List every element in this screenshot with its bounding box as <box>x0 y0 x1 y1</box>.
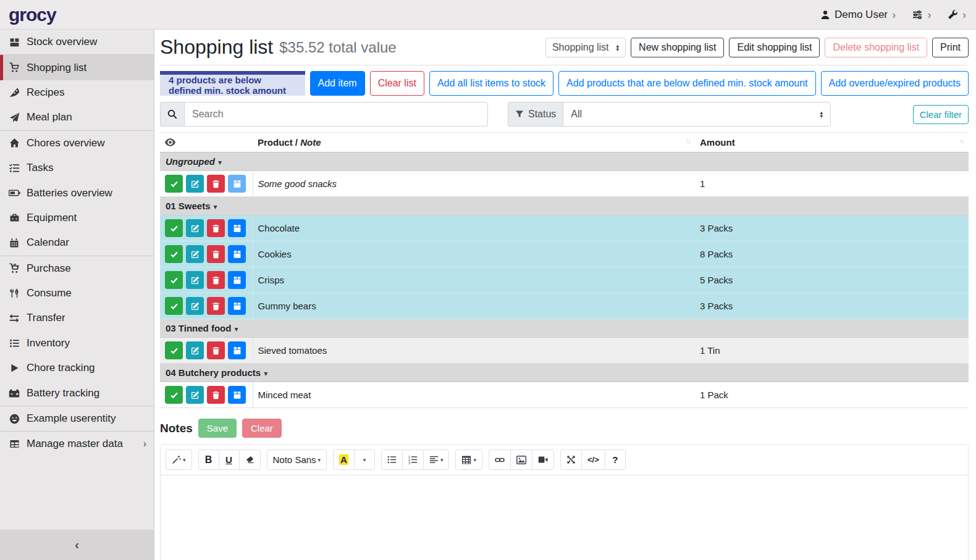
sidebar-item-shopping-list[interactable]: Shopping list <box>0 55 154 80</box>
sidebar-item-chore-tracking[interactable]: Chore tracking <box>0 356 154 380</box>
row-add-to-stock-button[interactable] <box>228 297 246 315</box>
group-header-tinned-food[interactable]: 03 Tinned food▾ <box>160 319 969 338</box>
insert-video-button[interactable] <box>532 449 554 470</box>
group-header-sweets[interactable]: 01 Sweets▾ <box>160 197 969 215</box>
font-color-button[interactable]: A <box>333 449 355 470</box>
notes-editor-textarea[interactable] <box>161 475 968 560</box>
user-menu[interactable]: Demo User › <box>820 9 896 21</box>
admin-menu[interactable]: › <box>948 9 966 20</box>
sidebar-item-equipment[interactable]: Equipment <box>0 206 154 230</box>
insert-link-button[interactable] <box>489 449 511 470</box>
style-magic-button[interactable]: ▾ <box>166 449 192 470</box>
row-delete-button[interactable] <box>207 386 225 404</box>
add-all-to-stock-button[interactable]: Add all list items to stock <box>429 71 553 96</box>
group-header-ungrouped[interactable]: Ungrouped▾ <box>160 153 969 171</box>
row-done-button[interactable] <box>165 271 183 289</box>
insert-picture-button[interactable] <box>510 449 532 470</box>
bold-button[interactable]: B <box>198 449 219 470</box>
row-add-to-stock-button[interactable] <box>228 271 246 289</box>
below-min-stock-alert[interactable]: 4 products are below defined min. stock … <box>160 71 305 96</box>
code-view-button[interactable]: </> <box>581 449 605 470</box>
page-title: Shopping list <box>160 36 273 59</box>
link-icon <box>495 456 505 464</box>
notes-save-button[interactable]: Save <box>198 419 237 438</box>
help-button[interactable]: ? <box>605 449 626 470</box>
row-delete-button[interactable] <box>207 219 225 237</box>
clear-filter-button[interactable]: Clear filter <box>913 105 969 124</box>
underline-button[interactable]: U <box>219 449 240 470</box>
new-shopping-list-button[interactable]: New shopping list <box>631 38 724 57</box>
add-below-min-stock-button[interactable]: Add products that are below defined min.… <box>558 71 815 96</box>
item-product: Gummy bears <box>253 293 695 319</box>
table-button[interactable]: ▾ <box>455 449 482 470</box>
sidebar-item-inventory[interactable]: Inventory <box>0 331 154 356</box>
row-done-button[interactable] <box>165 341 183 359</box>
settings-menu[interactable]: › <box>912 9 931 20</box>
delete-shopping-list-button[interactable]: Delete shopping list <box>825 38 927 57</box>
sidebar-item-transfer[interactable]: Transfer <box>0 306 154 330</box>
row-delete-button[interactable] <box>207 341 225 359</box>
font-color-dropdown-button[interactable]: ▾ <box>354 449 375 470</box>
group-header-butchery-products[interactable]: 04 Butchery products▾ <box>160 364 969 382</box>
sidebar-item-chores-overview[interactable]: Chores overview <box>0 131 154 156</box>
row-add-to-stock-button[interactable] <box>228 341 246 359</box>
row-edit-button[interactable] <box>186 386 204 404</box>
print-button[interactable]: Print <box>932 38 969 57</box>
row-add-to-stock-button[interactable] <box>228 175 246 193</box>
status-filter-select[interactable]: All ▴▾ <box>563 102 831 127</box>
search-input[interactable] <box>184 102 488 127</box>
sidebar-item-purchase[interactable]: Purchase <box>0 256 154 281</box>
header-divider <box>160 65 969 65</box>
sidebar-item-meal-plan[interactable]: Meal plan <box>0 105 154 130</box>
row-done-button[interactable] <box>165 219 183 237</box>
sidebar-item-batteries-overview[interactable]: Batteries overview <box>0 180 154 205</box>
product-column-header[interactable]: Product / Note ↑↓ <box>253 133 695 153</box>
row-edit-button[interactable] <box>186 175 204 193</box>
row-edit-button[interactable] <box>186 341 204 359</box>
row-edit-button[interactable] <box>186 297 204 315</box>
sidebar-item-calendar[interactable]: Calendar <box>0 230 154 255</box>
sidebar-item-consume[interactable]: Consume <box>0 281 154 306</box>
paragraph-align-button[interactable]: ▾ <box>423 449 450 470</box>
row-edit-button[interactable] <box>186 245 204 263</box>
row-delete-button[interactable] <box>207 245 225 263</box>
sidebar-item-battery-tracking[interactable]: Battery tracking <box>0 380 154 405</box>
ordered-list-button[interactable]: 123 <box>402 449 424 470</box>
sidebar-item-tasks[interactable]: Tasks <box>0 156 154 180</box>
row-done-button[interactable] <box>165 297 183 315</box>
row-done-button[interactable] <box>165 175 183 193</box>
row-add-to-stock-button[interactable] <box>228 219 246 237</box>
sidebar-collapse-button[interactable]: ‹ <box>0 530 154 560</box>
shopping-list-select[interactable]: Shopping list ▴▾ <box>545 38 626 57</box>
shopping-list-table: Product / Note ↑↓ Amount ↑↓ Ungrouped▾ <box>160 132 969 408</box>
sidebar-item-stock-overview[interactable]: Stock overview <box>0 30 154 54</box>
fullscreen-button[interactable] <box>560 449 582 470</box>
sidebar-item-label: Battery tracking <box>27 387 99 399</box>
row-add-to-stock-button[interactable] <box>228 386 246 404</box>
row-delete-button[interactable] <box>207 297 225 315</box>
visibility-column-header[interactable] <box>160 133 253 153</box>
eraser-button[interactable] <box>239 449 261 470</box>
row-delete-button[interactable] <box>207 271 225 289</box>
sidebar-item-recipes[interactable]: Recipes <box>0 80 154 105</box>
select-arrows-icon: ▴▾ <box>820 111 823 118</box>
home-icon <box>7 138 21 148</box>
row-add-to-stock-button[interactable] <box>228 245 246 263</box>
notes-clear-button[interactable]: Clear <box>242 419 282 438</box>
sidebar-item-label: Example userentity <box>27 412 116 425</box>
add-overdue-button[interactable]: Add overdue/expired products <box>821 71 969 96</box>
unordered-list-button[interactable] <box>381 449 403 470</box>
row-edit-button[interactable] <box>186 271 204 289</box>
clear-list-button[interactable]: Clear list <box>370 71 424 96</box>
row-edit-button[interactable] <box>186 219 204 237</box>
row-done-button[interactable] <box>165 245 183 263</box>
amount-column-header[interactable]: Amount ↑↓ <box>695 133 969 153</box>
caret-down-icon: ▾ <box>218 158 222 167</box>
font-family-button[interactable]: Noto Sans ▾ <box>267 449 327 470</box>
add-item-button[interactable]: Add item <box>310 71 365 96</box>
row-delete-button[interactable] <box>207 175 225 193</box>
sidebar-item-example-userentity[interactable]: Example userentity <box>0 406 154 431</box>
row-done-button[interactable] <box>165 386 183 404</box>
sidebar-item-manage-master-data[interactable]: Manage master data › <box>0 432 154 456</box>
edit-shopping-list-button[interactable]: Edit shopping list <box>729 38 820 57</box>
